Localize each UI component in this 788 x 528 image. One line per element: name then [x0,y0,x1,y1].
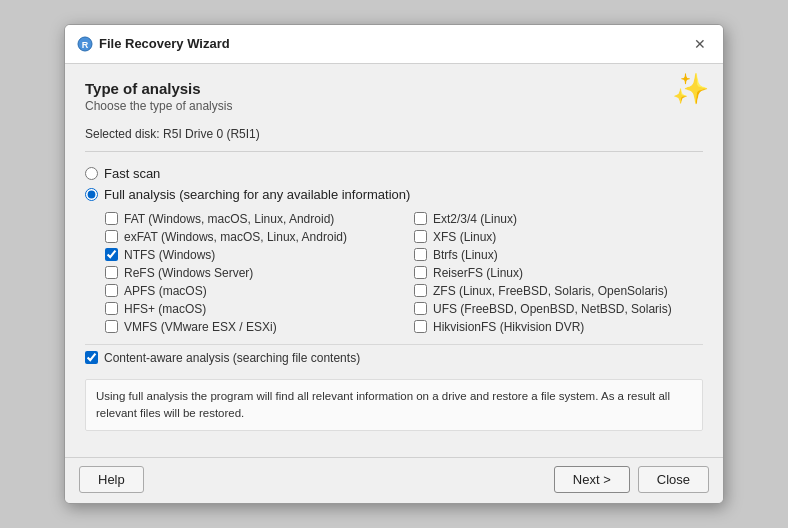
fs-ntfs-label[interactable]: NTFS (Windows) [124,248,215,262]
fs-ext234-checkbox[interactable] [414,212,427,225]
dialog-icon: R [77,36,93,52]
fs-btrfs-label[interactable]: Btrfs (Linux) [433,248,498,262]
option-apfs: APFS (macOS) [105,284,394,298]
option-hikvision: HikvisionFS (Hikvision DVR) [414,320,703,334]
wizard-icon: ✨ [672,74,709,104]
option-vmfs: VMFS (VMware ESX / ESXi) [105,320,394,334]
content-aware-checkbox[interactable] [85,351,98,364]
fs-zfs-checkbox[interactable] [414,284,427,297]
fs-reiserfs-label[interactable]: ReiserFS (Linux) [433,266,523,280]
fs-hikvision-label[interactable]: HikvisionFS (Hikvision DVR) [433,320,584,334]
fs-hfsplus-label[interactable]: HFS+ (macOS) [124,302,206,316]
content-aware-row: Content-aware analysis (searching file c… [85,344,703,365]
fs-reiserfs-checkbox[interactable] [414,266,427,279]
content-aware-label[interactable]: Content-aware analysis (searching file c… [104,351,360,365]
file-system-options-grid: FAT (Windows, macOS, Linux, Android) Ext… [105,212,703,334]
full-analysis-row: Full analysis (searching for any availab… [85,187,703,202]
fs-hikvision-checkbox[interactable] [414,320,427,333]
fs-exfat-label[interactable]: exFAT (Windows, macOS, Linux, Android) [124,230,347,244]
fs-ufs-label[interactable]: UFS (FreeBSD, OpenBSD, NetBSD, Solaris) [433,302,672,316]
next-button[interactable]: Next > [554,466,630,493]
fast-scan-label[interactable]: Fast scan [104,166,160,181]
fs-hfsplus-checkbox[interactable] [105,302,118,315]
section-title: Type of analysis [85,80,703,97]
fs-apfs-label[interactable]: APFS (macOS) [124,284,207,298]
dialog-footer: Help Next > Close [65,457,723,503]
fs-ntfs-checkbox[interactable] [105,248,118,261]
option-zfs: ZFS (Linux, FreeBSD, Solaris, OpenSolari… [414,284,703,298]
option-btrfs: Btrfs (Linux) [414,248,703,262]
fast-scan-row: Fast scan [85,166,703,181]
description-text: Using full analysis the program will fin… [85,379,703,432]
option-xfs: XFS (Linux) [414,230,703,244]
footer-actions: Next > Close [554,466,709,493]
fast-scan-radio[interactable] [85,167,98,180]
option-refs: ReFS (Windows Server) [105,266,394,280]
fs-fat-checkbox[interactable] [105,212,118,225]
fs-zfs-label[interactable]: ZFS (Linux, FreeBSD, Solaris, OpenSolari… [433,284,668,298]
option-reiserfs: ReiserFS (Linux) [414,266,703,280]
option-ext234: Ext2/3/4 (Linux) [414,212,703,226]
option-hfsplus: HFS+ (macOS) [105,302,394,316]
full-analysis-label[interactable]: Full analysis (searching for any availab… [104,187,410,202]
option-exfat: exFAT (Windows, macOS, Linux, Android) [105,230,394,244]
close-button[interactable]: ✕ [689,33,711,55]
fs-xfs-label[interactable]: XFS (Linux) [433,230,496,244]
fs-xfs-checkbox[interactable] [414,230,427,243]
option-ntfs: NTFS (Windows) [105,248,394,262]
option-fat: FAT (Windows, macOS, Linux, Android) [105,212,394,226]
fs-refs-label[interactable]: ReFS (Windows Server) [124,266,253,280]
fs-vmfs-checkbox[interactable] [105,320,118,333]
svg-text:R: R [82,40,89,50]
fs-vmfs-label[interactable]: VMFS (VMware ESX / ESXi) [124,320,277,334]
selected-disk-label: Selected disk: R5I Drive 0 (R5I1) [85,127,703,152]
dialog-title: File Recovery Wizard [99,36,230,51]
title-bar-left: R File Recovery Wizard [77,36,230,52]
fs-fat-label[interactable]: FAT (Windows, macOS, Linux, Android) [124,212,334,226]
fs-refs-checkbox[interactable] [105,266,118,279]
title-bar: R File Recovery Wizard ✕ [65,25,723,64]
full-analysis-radio[interactable] [85,188,98,201]
file-recovery-wizard-dialog: R File Recovery Wizard ✕ ✨ Type of analy… [64,24,724,505]
fs-ext234-label[interactable]: Ext2/3/4 (Linux) [433,212,517,226]
dialog-content: ✨ Type of analysis Choose the type of an… [65,64,723,458]
fs-ufs-checkbox[interactable] [414,302,427,315]
fs-apfs-checkbox[interactable] [105,284,118,297]
fs-btrfs-checkbox[interactable] [414,248,427,261]
close-button-footer[interactable]: Close [638,466,709,493]
fs-exfat-checkbox[interactable] [105,230,118,243]
help-button[interactable]: Help [79,466,144,493]
section-subtitle: Choose the type of analysis [85,99,703,113]
option-ufs: UFS (FreeBSD, OpenBSD, NetBSD, Solaris) [414,302,703,316]
